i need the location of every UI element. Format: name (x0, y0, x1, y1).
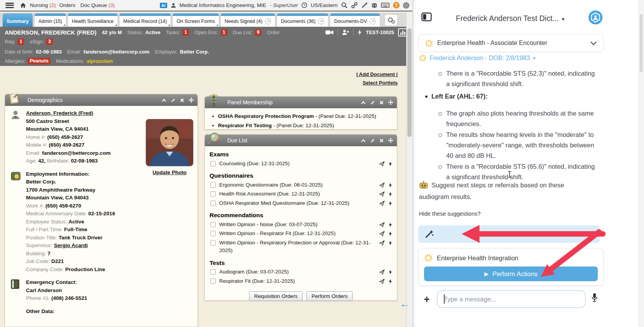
due-item-checkbox[interactable] (210, 269, 216, 275)
due-list-counter[interactable]: Due List:9 (233, 29, 261, 36)
open-enc-counter[interactable]: Open Enc:1 (194, 29, 227, 36)
add-document-link[interactable]: | Add Document | (357, 71, 398, 77)
tab-settings-button[interactable] (385, 15, 397, 26)
tab-summary[interactable]: Summary (3, 14, 33, 27)
chevron-down-icon[interactable] (590, 41, 597, 45)
edit-pencil-icon[interactable] (370, 138, 375, 143)
due-item-checkbox[interactable] (210, 279, 216, 284)
tab-health-surveillance[interactable]: Health Surveillance (68, 14, 118, 27)
sidebar-toggle-icon[interactable] (421, 12, 432, 21)
perform-bolt-icon[interactable] (388, 182, 392, 188)
perform-orders-button[interactable]: Perform Orders (306, 291, 353, 301)
move-icon[interactable] (388, 138, 393, 143)
nav-doc-queue[interactable]: Doc Queue (3) (80, 2, 115, 8)
close-icon[interactable] (379, 100, 384, 105)
close-icon[interactable] (379, 138, 384, 143)
perform-bolt-icon[interactable] (388, 161, 392, 167)
dropdown-caret-icon[interactable]: ▾ (533, 55, 535, 61)
due-item-checkbox[interactable] (210, 240, 216, 246)
microphone-icon[interactable] (591, 293, 598, 302)
send-order-icon[interactable] (379, 161, 385, 167)
perform-bolt-icon[interactable] (388, 269, 392, 275)
perform-bolt-icon[interactable] (388, 201, 392, 206)
perform-bolt-icon[interactable] (388, 222, 392, 228)
due-item-checkbox[interactable] (210, 161, 216, 166)
add-person-icon[interactable] (342, 29, 349, 35)
popout-icon[interactable]: ↗ (265, 18, 271, 24)
tab-documents-dv[interactable]: Documents-DV↗ (330, 14, 380, 27)
due-item-checkbox[interactable] (210, 231, 216, 236)
due-list-header[interactable]: Due List (205, 135, 397, 146)
allergy-badge[interactable]: Peanuts (28, 58, 50, 64)
panel-collapse-arrow[interactable]: ← (400, 298, 410, 310)
search-icon[interactable] (341, 2, 348, 9)
tab-needs-signed[interactable]: Needs Signed (4)↗ (221, 14, 275, 27)
tab-documents[interactable]: Documents (36)↗ (277, 14, 328, 27)
due-list-count-badge[interactable]: 9 (255, 29, 261, 36)
tasks-count-badge[interactable]: 1 (182, 29, 189, 36)
tab-medical-record[interactable]: Medical Record (14) (119, 14, 171, 27)
tasks-counter[interactable]: Tasks:1 (166, 29, 189, 36)
suggestion-bar[interactable] (418, 225, 600, 243)
collapse-icon[interactable] (161, 99, 166, 102)
video-camera-icon[interactable] (325, 29, 334, 35)
requisition-orders-button[interactable]: Requisition Orders (249, 291, 303, 301)
patient-name-link[interactable]: Anderson, Frederick (Fred) (26, 110, 93, 116)
hamburger-menu-icon[interactable] (5, 3, 14, 8)
send-order-icon[interactable] (379, 222, 385, 228)
encounter-card[interactable]: Enterprise Health - Associate Encounter (418, 34, 604, 52)
perform-bolt-icon[interactable] (388, 240, 392, 246)
send-order-icon[interactable] (379, 231, 385, 237)
due-item-checkbox[interactable] (210, 201, 216, 206)
popout-icon[interactable]: ↗ (318, 18, 324, 24)
req-count-badge[interactable]: 1 (17, 38, 24, 45)
open-enc-count-badge[interactable]: 1 (221, 29, 227, 36)
perform-bolt-icon[interactable] (388, 279, 392, 284)
keyboard-icon[interactable] (381, 2, 390, 8)
supervisor-link[interactable]: Sergio Acardi (54, 242, 88, 248)
esign-counter[interactable]: eSign:3 (29, 38, 53, 45)
esign-count-badge[interactable]: 3 (46, 38, 53, 45)
send-order-icon[interactable] (379, 182, 385, 188)
message-input[interactable] (437, 290, 586, 308)
req-counter[interactable]: Req:1 (5, 38, 24, 45)
perform-bolt-icon[interactable] (388, 191, 392, 197)
timezone-label[interactable]: US/Eastern (311, 2, 338, 8)
move-icon[interactable] (388, 100, 393, 105)
help-icon[interactable]: ? (393, 2, 400, 9)
update-photo-link[interactable]: Update Photo (152, 169, 187, 177)
add-attachment-button[interactable]: + (424, 291, 430, 308)
patient-name[interactable]: ANDERSON, FREDERICK (FRED) (5, 29, 97, 36)
order-link[interactable]: Order (267, 29, 280, 35)
panel-membership-header[interactable]: Panel Membership (205, 97, 397, 108)
record-indicator-icon[interactable] (403, 2, 409, 9)
dropdown-caret-icon[interactable]: ▾ (562, 16, 564, 22)
conversation-title[interactable]: Frederick Anderson Test Dict...▾ (431, 14, 589, 23)
medication-value[interactable]: alprazolam (87, 58, 113, 64)
ai-badge[interactable]: AI (160, 3, 167, 8)
select-portlets-link[interactable]: Select Portlets (357, 80, 398, 86)
move-icon[interactable] (189, 97, 194, 103)
quick-action-bolt-icon[interactable] (357, 29, 362, 36)
due-item-checkbox[interactable] (210, 191, 216, 197)
send-order-icon[interactable] (379, 201, 385, 206)
perform-actions-button[interactable]: ▶ Perform Actions (424, 266, 598, 281)
globe-icon[interactable] (371, 2, 377, 9)
perform-bolt-icon[interactable] (388, 231, 392, 237)
edit-pencil-icon[interactable] (171, 98, 176, 103)
send-order-icon[interactable] (379, 269, 385, 275)
scrollbar-thumb[interactable] (407, 28, 412, 137)
collapse-icon[interactable] (361, 139, 366, 142)
home-icon[interactable] (20, 2, 26, 9)
nav-nursing[interactable]: Nursing (2) (30, 2, 56, 8)
send-order-icon[interactable] (379, 240, 385, 246)
window-scrollbar-thumb[interactable] (640, 14, 643, 72)
link-icon[interactable] (351, 2, 358, 9)
assistant-logo-icon[interactable] (588, 10, 603, 25)
main-scrollbar[interactable] (406, 13, 412, 327)
edit-pencil-icon[interactable] (370, 100, 375, 105)
close-icon[interactable] (180, 98, 184, 102)
due-item-checkbox[interactable] (210, 182, 216, 188)
tab-admin[interactable]: Admin (15) (35, 14, 66, 27)
popout-icon[interactable]: ↗ (370, 18, 376, 24)
